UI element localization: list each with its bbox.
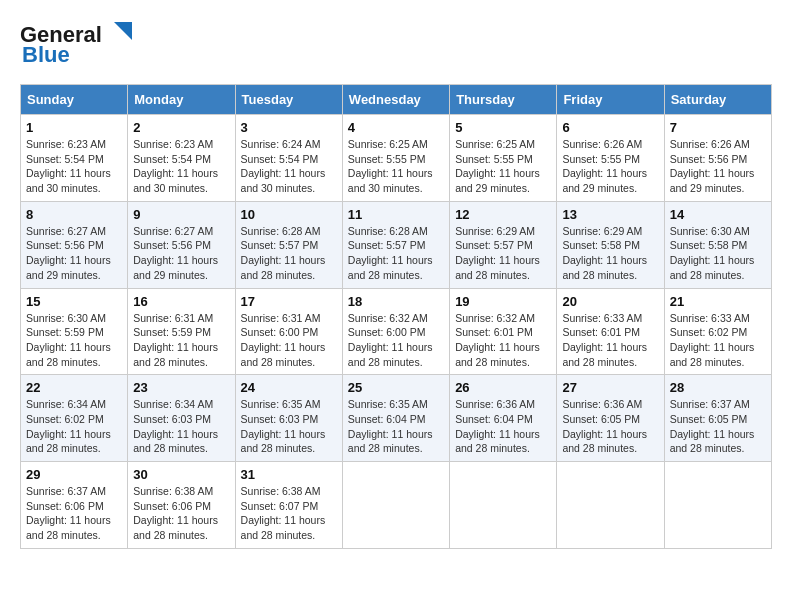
weekday-header-wednesday: Wednesday — [342, 85, 449, 115]
day-info: Sunrise: 6:31 AM Sunset: 5:59 PM Dayligh… — [133, 311, 229, 370]
day-info: Sunrise: 6:32 AM Sunset: 6:00 PM Dayligh… — [348, 311, 444, 370]
calendar-cell: 30 Sunrise: 6:38 AM Sunset: 6:06 PM Dayl… — [128, 462, 235, 549]
day-info: Sunrise: 6:27 AM Sunset: 5:56 PM Dayligh… — [133, 224, 229, 283]
calendar-cell: 25 Sunrise: 6:35 AM Sunset: 6:04 PM Dayl… — [342, 375, 449, 462]
day-info: Sunrise: 6:38 AM Sunset: 6:07 PM Dayligh… — [241, 484, 337, 543]
day-info: Sunrise: 6:31 AM Sunset: 6:00 PM Dayligh… — [241, 311, 337, 370]
day-number: 1 — [26, 120, 122, 135]
calendar-week-row: 22 Sunrise: 6:34 AM Sunset: 6:02 PM Dayl… — [21, 375, 772, 462]
calendar-cell: 26 Sunrise: 6:36 AM Sunset: 6:04 PM Dayl… — [450, 375, 557, 462]
day-number: 7 — [670, 120, 766, 135]
day-number: 11 — [348, 207, 444, 222]
day-number: 14 — [670, 207, 766, 222]
day-number: 28 — [670, 380, 766, 395]
day-info: Sunrise: 6:34 AM Sunset: 6:03 PM Dayligh… — [133, 397, 229, 456]
weekday-header-friday: Friday — [557, 85, 664, 115]
calendar-cell: 17 Sunrise: 6:31 AM Sunset: 6:00 PM Dayl… — [235, 288, 342, 375]
weekday-header-tuesday: Tuesday — [235, 85, 342, 115]
day-info: Sunrise: 6:29 AM Sunset: 5:57 PM Dayligh… — [455, 224, 551, 283]
day-number: 20 — [562, 294, 658, 309]
calendar-week-row: 1 Sunrise: 6:23 AM Sunset: 5:54 PM Dayli… — [21, 115, 772, 202]
calendar-cell: 22 Sunrise: 6:34 AM Sunset: 6:02 PM Dayl… — [21, 375, 128, 462]
calendar-cell: 9 Sunrise: 6:27 AM Sunset: 5:56 PM Dayli… — [128, 201, 235, 288]
day-number: 24 — [241, 380, 337, 395]
day-info: Sunrise: 6:38 AM Sunset: 6:06 PM Dayligh… — [133, 484, 229, 543]
day-info: Sunrise: 6:36 AM Sunset: 6:05 PM Dayligh… — [562, 397, 658, 456]
day-info: Sunrise: 6:28 AM Sunset: 5:57 PM Dayligh… — [348, 224, 444, 283]
calendar-cell: 7 Sunrise: 6:26 AM Sunset: 5:56 PM Dayli… — [664, 115, 771, 202]
day-number: 19 — [455, 294, 551, 309]
day-number: 27 — [562, 380, 658, 395]
day-info: Sunrise: 6:36 AM Sunset: 6:04 PM Dayligh… — [455, 397, 551, 456]
day-number: 16 — [133, 294, 229, 309]
day-number: 23 — [133, 380, 229, 395]
day-number: 3 — [241, 120, 337, 135]
day-info: Sunrise: 6:30 AM Sunset: 5:59 PM Dayligh… — [26, 311, 122, 370]
day-info: Sunrise: 6:29 AM Sunset: 5:58 PM Dayligh… — [562, 224, 658, 283]
day-info: Sunrise: 6:25 AM Sunset: 5:55 PM Dayligh… — [348, 137, 444, 196]
calendar-cell: 3 Sunrise: 6:24 AM Sunset: 5:54 PM Dayli… — [235, 115, 342, 202]
day-number: 12 — [455, 207, 551, 222]
calendar-cell: 11 Sunrise: 6:28 AM Sunset: 5:57 PM Dayl… — [342, 201, 449, 288]
day-info: Sunrise: 6:26 AM Sunset: 5:56 PM Dayligh… — [670, 137, 766, 196]
calendar-cell: 12 Sunrise: 6:29 AM Sunset: 5:57 PM Dayl… — [450, 201, 557, 288]
calendar-header-row: SundayMondayTuesdayWednesdayThursdayFrid… — [21, 85, 772, 115]
calendar-cell: 10 Sunrise: 6:28 AM Sunset: 5:57 PM Dayl… — [235, 201, 342, 288]
day-info: Sunrise: 6:35 AM Sunset: 6:04 PM Dayligh… — [348, 397, 444, 456]
day-number: 4 — [348, 120, 444, 135]
calendar-cell: 8 Sunrise: 6:27 AM Sunset: 5:56 PM Dayli… — [21, 201, 128, 288]
calendar-cell: 21 Sunrise: 6:33 AM Sunset: 6:02 PM Dayl… — [664, 288, 771, 375]
calendar-cell — [557, 462, 664, 549]
day-number: 10 — [241, 207, 337, 222]
calendar-cell — [342, 462, 449, 549]
day-info: Sunrise: 6:30 AM Sunset: 5:58 PM Dayligh… — [670, 224, 766, 283]
day-number: 21 — [670, 294, 766, 309]
weekday-header-thursday: Thursday — [450, 85, 557, 115]
calendar: SundayMondayTuesdayWednesdayThursdayFrid… — [20, 84, 772, 549]
svg-marker-0 — [114, 22, 132, 40]
day-number: 6 — [562, 120, 658, 135]
calendar-cell: 27 Sunrise: 6:36 AM Sunset: 6:05 PM Dayl… — [557, 375, 664, 462]
day-info: Sunrise: 6:33 AM Sunset: 6:02 PM Dayligh… — [670, 311, 766, 370]
logo: General Blue — [20, 20, 134, 68]
calendar-week-row: 29 Sunrise: 6:37 AM Sunset: 6:06 PM Dayl… — [21, 462, 772, 549]
weekday-header-saturday: Saturday — [664, 85, 771, 115]
day-info: Sunrise: 6:25 AM Sunset: 5:55 PM Dayligh… — [455, 137, 551, 196]
day-number: 2 — [133, 120, 229, 135]
day-info: Sunrise: 6:34 AM Sunset: 6:02 PM Dayligh… — [26, 397, 122, 456]
day-number: 5 — [455, 120, 551, 135]
calendar-cell: 19 Sunrise: 6:32 AM Sunset: 6:01 PM Dayl… — [450, 288, 557, 375]
calendar-cell: 13 Sunrise: 6:29 AM Sunset: 5:58 PM Dayl… — [557, 201, 664, 288]
calendar-cell: 6 Sunrise: 6:26 AM Sunset: 5:55 PM Dayli… — [557, 115, 664, 202]
calendar-cell — [664, 462, 771, 549]
day-number: 17 — [241, 294, 337, 309]
calendar-cell: 16 Sunrise: 6:31 AM Sunset: 5:59 PM Dayl… — [128, 288, 235, 375]
day-info: Sunrise: 6:28 AM Sunset: 5:57 PM Dayligh… — [241, 224, 337, 283]
calendar-cell: 28 Sunrise: 6:37 AM Sunset: 6:05 PM Dayl… — [664, 375, 771, 462]
day-number: 31 — [241, 467, 337, 482]
calendar-cell: 29 Sunrise: 6:37 AM Sunset: 6:06 PM Dayl… — [21, 462, 128, 549]
day-info: Sunrise: 6:26 AM Sunset: 5:55 PM Dayligh… — [562, 137, 658, 196]
header: General Blue — [20, 20, 772, 68]
calendar-cell: 20 Sunrise: 6:33 AM Sunset: 6:01 PM Dayl… — [557, 288, 664, 375]
day-number: 15 — [26, 294, 122, 309]
calendar-cell: 31 Sunrise: 6:38 AM Sunset: 6:07 PM Dayl… — [235, 462, 342, 549]
day-info: Sunrise: 6:24 AM Sunset: 5:54 PM Dayligh… — [241, 137, 337, 196]
calendar-cell: 15 Sunrise: 6:30 AM Sunset: 5:59 PM Dayl… — [21, 288, 128, 375]
day-info: Sunrise: 6:23 AM Sunset: 5:54 PM Dayligh… — [26, 137, 122, 196]
calendar-cell: 24 Sunrise: 6:35 AM Sunset: 6:03 PM Dayl… — [235, 375, 342, 462]
calendar-cell: 18 Sunrise: 6:32 AM Sunset: 6:00 PM Dayl… — [342, 288, 449, 375]
day-info: Sunrise: 6:27 AM Sunset: 5:56 PM Dayligh… — [26, 224, 122, 283]
calendar-cell — [450, 462, 557, 549]
day-info: Sunrise: 6:37 AM Sunset: 6:05 PM Dayligh… — [670, 397, 766, 456]
day-info: Sunrise: 6:32 AM Sunset: 6:01 PM Dayligh… — [455, 311, 551, 370]
calendar-cell: 5 Sunrise: 6:25 AM Sunset: 5:55 PM Dayli… — [450, 115, 557, 202]
calendar-cell: 1 Sunrise: 6:23 AM Sunset: 5:54 PM Dayli… — [21, 115, 128, 202]
day-info: Sunrise: 6:23 AM Sunset: 5:54 PM Dayligh… — [133, 137, 229, 196]
day-number: 9 — [133, 207, 229, 222]
day-number: 8 — [26, 207, 122, 222]
calendar-week-row: 8 Sunrise: 6:27 AM Sunset: 5:56 PM Dayli… — [21, 201, 772, 288]
logo-arrow-icon — [104, 20, 134, 50]
calendar-cell: 14 Sunrise: 6:30 AM Sunset: 5:58 PM Dayl… — [664, 201, 771, 288]
calendar-week-row: 15 Sunrise: 6:30 AM Sunset: 5:59 PM Dayl… — [21, 288, 772, 375]
